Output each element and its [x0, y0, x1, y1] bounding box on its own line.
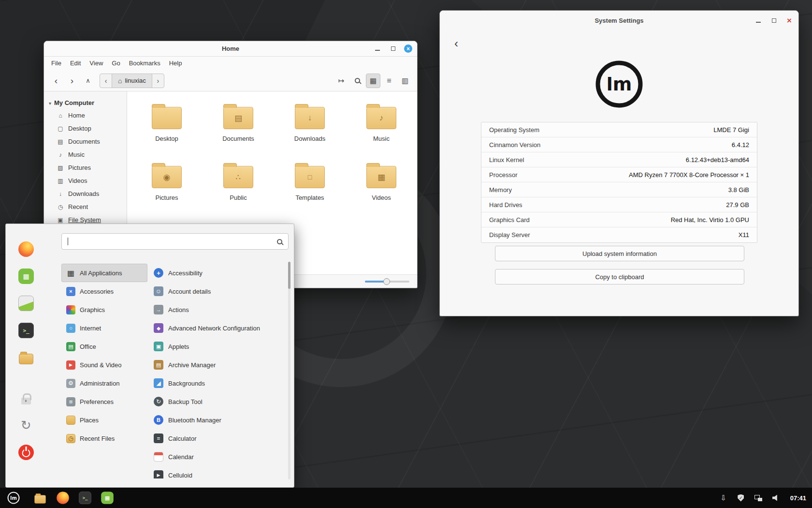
- favorite-item[interactable]: [18, 241, 34, 257]
- menubar-item[interactable]: Bookmarks: [125, 57, 165, 70]
- settings-action-button[interactable]: Copy to clipboard: [495, 269, 744, 284]
- application-item[interactable]: Calculator: [149, 429, 283, 448]
- menubar-item[interactable]: Go: [107, 57, 124, 70]
- category-item[interactable]: Sound & Video: [61, 356, 147, 374]
- favorite-item[interactable]: [19, 350, 33, 365]
- category-item[interactable]: Graphics: [61, 300, 147, 319]
- application-label: Calculator: [168, 435, 197, 442]
- sidebar-item[interactable]: Documents: [44, 135, 127, 148]
- folder-emblem-icon: [295, 107, 324, 129]
- settings-action-button[interactable]: Upload system information: [495, 246, 744, 261]
- sidebar-item[interactable]: Recent: [44, 200, 127, 213]
- sidebar-item-label: Pictures: [68, 164, 91, 171]
- breadcrumb-right-icon[interactable]: ›: [152, 74, 164, 88]
- folder-item[interactable]: Desktop: [131, 100, 203, 159]
- application-item[interactable]: Backgrounds: [149, 374, 283, 392]
- sidebar-section-header[interactable]: My Computer: [44, 96, 127, 109]
- category-item[interactable]: Places: [61, 411, 147, 429]
- application-item[interactable]: Calendar: [149, 448, 283, 466]
- launcher-item[interactable]: [33, 490, 47, 506]
- compact-view-button[interactable]: [398, 74, 412, 88]
- application-item[interactable]: Celluloid: [149, 466, 283, 478]
- clock[interactable]: 07:41: [790, 494, 806, 502]
- folder-item[interactable]: Pictures: [131, 159, 203, 218]
- tray-item[interactable]: [771, 493, 781, 503]
- system-settings-titlebar[interactable]: System Settings: [440, 11, 798, 30]
- list-view-button[interactable]: [382, 74, 396, 88]
- menubar-item[interactable]: Edit: [66, 57, 85, 70]
- sidebar-item[interactable]: Videos: [44, 174, 127, 187]
- sidebar-item-label: Videos: [68, 177, 87, 184]
- folder-emblem-icon: [224, 166, 253, 188]
- category-item[interactable]: Recent Files: [61, 429, 147, 448]
- back-button[interactable]: [449, 36, 464, 51]
- folder-icon: [295, 107, 325, 129]
- sidebar-item[interactable]: Music: [44, 148, 127, 161]
- launcher-item[interactable]: [77, 490, 92, 506]
- application-item[interactable]: Account details: [149, 282, 283, 300]
- grid-view-button[interactable]: [366, 74, 380, 88]
- breadcrumb-left-icon[interactable]: ‹: [100, 74, 112, 88]
- zoom-slider-handle[interactable]: [383, 278, 390, 285]
- maximize-button[interactable]: [389, 45, 397, 53]
- up-button[interactable]: [81, 74, 95, 88]
- launcher-item[interactable]: [55, 490, 70, 506]
- menubar-item[interactable]: File: [47, 57, 66, 70]
- category-item[interactable]: Accessories: [61, 282, 147, 300]
- folder-item[interactable]: Downloads: [274, 100, 346, 159]
- category-item[interactable]: Office: [61, 337, 147, 356]
- terminal-icon: [18, 323, 34, 338]
- folder-item[interactable]: Public: [203, 159, 274, 218]
- close-button[interactable]: [404, 45, 412, 53]
- menubar-item[interactable]: Help: [165, 57, 187, 70]
- breadcrumb-current[interactable]: linuxiac: [112, 74, 152, 88]
- application-item[interactable]: Archive Manager: [149, 356, 283, 374]
- file-manager-titlebar[interactable]: Home: [44, 41, 417, 57]
- scrollbar[interactable]: [288, 262, 290, 479]
- folder-item[interactable]: Templates: [274, 159, 346, 218]
- search-button[interactable]: [350, 74, 364, 88]
- folder-item[interactable]: Documents: [203, 100, 274, 159]
- menu-search-input[interactable]: [69, 238, 277, 245]
- launcher-item[interactable]: [100, 490, 114, 506]
- close-button[interactable]: [785, 16, 794, 25]
- sidebar-item[interactable]: Downloads: [44, 187, 127, 200]
- minimize-button[interactable]: [754, 16, 763, 25]
- application-item[interactable]: Actions: [149, 300, 283, 319]
- folder-item[interactable]: Music: [346, 100, 417, 159]
- tray-item[interactable]: [719, 493, 728, 503]
- application-item[interactable]: Advanced Network Configuration: [149, 319, 283, 337]
- toggle-location-entry-button[interactable]: [334, 74, 348, 88]
- maximize-button[interactable]: [769, 16, 778, 25]
- application-item[interactable]: Bluetooth Manager: [149, 411, 283, 429]
- application-item[interactable]: Accessibility: [149, 264, 283, 282]
- folder-label: Desktop: [155, 135, 178, 142]
- tray-item[interactable]: [754, 493, 763, 503]
- sidebar-item[interactable]: Home: [44, 109, 127, 122]
- category-item[interactable]: Preferences: [61, 392, 147, 411]
- favorite-item[interactable]: [18, 323, 34, 338]
- application-item[interactable]: Backup Tool: [149, 392, 283, 411]
- zoom-slider[interactable]: [365, 281, 409, 283]
- tray-item[interactable]: [736, 493, 746, 503]
- menubar-item[interactable]: View: [85, 57, 107, 70]
- back-button[interactable]: [49, 74, 63, 88]
- category-item[interactable]: Internet: [61, 319, 147, 337]
- favorite-item[interactable]: [18, 418, 34, 433]
- favorite-item[interactable]: [18, 269, 34, 284]
- favorite-item[interactable]: [18, 296, 34, 311]
- sidebar-item[interactable]: Pictures: [44, 161, 127, 174]
- folder-item[interactable]: Videos: [346, 159, 417, 218]
- menu-button[interactable]: lm: [6, 490, 21, 506]
- category-item[interactable]: All Applications: [61, 264, 147, 282]
- scrollbar-thumb[interactable]: [288, 262, 290, 289]
- files-icon: [19, 354, 33, 364]
- category-item[interactable]: Administration: [61, 374, 147, 392]
- minimize-button[interactable]: [373, 45, 382, 53]
- favorite-item[interactable]: [21, 390, 31, 406]
- maximize-icon: [772, 18, 776, 23]
- favorite-item[interactable]: [18, 445, 34, 460]
- forward-button[interactable]: [65, 74, 79, 88]
- sidebar-item[interactable]: Desktop: [44, 122, 127, 135]
- application-item[interactable]: Applets: [149, 337, 283, 356]
